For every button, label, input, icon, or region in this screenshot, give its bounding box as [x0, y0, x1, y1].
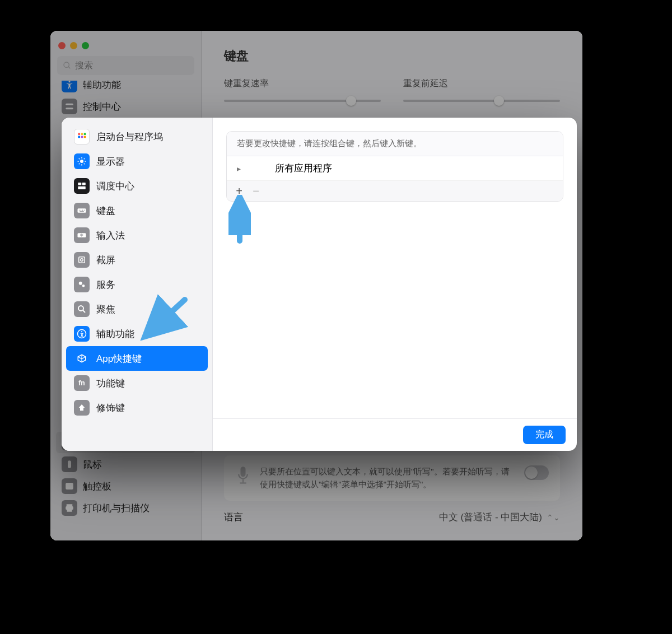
sheet-item-label: 修饰键	[96, 402, 125, 414]
sidebar-item-mouse[interactable]: 鼠标	[56, 454, 195, 475]
delay-slider[interactable]: 重复前延迟	[403, 78, 560, 102]
svg-rect-24	[84, 136, 86, 138]
done-button[interactable]: 完成	[523, 426, 566, 444]
sheet-item-mission-control[interactable]: 调度中心	[66, 174, 208, 198]
sheet-item-screenshot[interactable]: 截屏	[66, 248, 208, 272]
svg-line-33	[84, 158, 85, 160]
svg-rect-16	[241, 467, 246, 477]
trackpad-icon	[62, 478, 77, 494]
svg-rect-35	[82, 183, 86, 185]
svg-rect-23	[81, 136, 83, 138]
keyboard-icon	[74, 203, 90, 218]
table-row-all-apps[interactable]: ▸ 所有应用程序	[227, 156, 563, 181]
svg-rect-19	[78, 133, 80, 135]
svg-rect-42	[80, 211, 84, 212]
svg-rect-22	[78, 136, 80, 138]
sidebar-item-label: 辅助功能	[83, 81, 121, 91]
svg-rect-13	[67, 504, 73, 506]
sidebar-item-printer[interactable]: 打印机与扫描仪	[56, 497, 195, 519]
svg-point-49	[78, 306, 83, 311]
sheet-item-function-keys[interactable]: fn 功能键	[66, 371, 208, 395]
shortcuts-sheet: 启动台与程序坞 显示器 调度中心 键盘 中 输入法	[62, 118, 577, 451]
sheet-item-label: 显示器	[96, 155, 125, 168]
sheet-sidebar: 启动台与程序坞 显示器 调度中心 键盘 中 输入法	[62, 118, 213, 451]
svg-rect-3	[66, 104, 73, 105]
svg-point-52	[81, 331, 82, 332]
shortcuts-table: 若要更改快捷键，请连按组合键，然后键入新键。 ▸ 所有应用程序 + −	[226, 131, 563, 202]
sidebar-item-trackpad[interactable]: 触控板	[56, 476, 195, 497]
services-icon	[74, 277, 90, 292]
language-row[interactable]: 语言 中文 (普通话 - 中国大陆) ⌃⌄	[224, 511, 560, 524]
svg-point-41	[84, 210, 85, 211]
key-repeat-slider[interactable]: 键重复速率	[224, 78, 381, 102]
search-placeholder: 搜索	[75, 60, 93, 72]
svg-point-38	[79, 210, 80, 211]
sheet-item-display[interactable]: 显示器	[66, 149, 208, 174]
mouse-icon	[62, 456, 77, 472]
window-controls[interactable]	[50, 38, 201, 56]
sheet-item-modifier-keys[interactable]: 修饰键	[66, 395, 208, 420]
sheet-item-accessibility[interactable]: 辅助功能	[66, 321, 208, 346]
add-button[interactable]: +	[232, 184, 246, 198]
svg-point-46	[81, 259, 83, 262]
svg-point-47	[79, 282, 82, 285]
sheet-item-services[interactable]: 服务	[66, 272, 208, 297]
svg-rect-4	[66, 108, 73, 109]
launchpad-icon	[74, 129, 90, 144]
svg-line-31	[84, 164, 85, 165]
svg-rect-37	[78, 208, 86, 213]
chevron-right-icon[interactable]: ▸	[235, 164, 242, 173]
sidebar-item-label: 触控板	[83, 480, 111, 493]
sheet-item-label: 辅助功能	[96, 328, 134, 341]
svg-rect-12	[66, 483, 73, 490]
sheet-item-label: 聚焦	[96, 303, 115, 316]
svg-rect-21	[84, 133, 86, 135]
slider-label: 重复前延迟	[403, 78, 560, 90]
language-value: 中文 (普通话 - 中国大陆)	[439, 511, 542, 524]
sidebar-item-accessibility-top[interactable]: 辅助功能	[56, 81, 195, 95]
slider-label: 键重复速率	[224, 78, 381, 90]
sidebar-item-label: 打印机与扫描仪	[83, 502, 150, 515]
svg-rect-53	[80, 408, 83, 411]
svg-line-30	[79, 158, 80, 160]
fn-icon: fn	[74, 375, 90, 391]
search-icon	[63, 61, 72, 70]
spotlight-icon	[74, 301, 90, 317]
sheet-item-label: 功能键	[96, 377, 125, 390]
modifier-icon	[74, 400, 90, 416]
page-title: 键盘	[224, 48, 560, 64]
svg-rect-34	[78, 183, 81, 185]
svg-text:中: 中	[80, 234, 83, 237]
sidebar-item-label: 鼠标	[83, 458, 102, 471]
table-hint: 若要更改快捷键，请连按组合键，然后键入新键。	[227, 132, 563, 156]
svg-point-40	[82, 210, 83, 211]
language-label: 语言	[224, 511, 243, 524]
sheet-item-launchpad[interactable]: 启动台与程序坞	[66, 124, 208, 149]
sheet-item-input[interactable]: 中 输入法	[66, 223, 208, 248]
app-shortcuts-icon	[74, 351, 90, 366]
svg-point-48	[82, 285, 85, 287]
minimize-icon[interactable]	[70, 42, 77, 49]
svg-line-50	[83, 310, 85, 313]
chevron-updown-icon: ⌃⌄	[547, 513, 560, 522]
row-label: 所有应用程序	[275, 162, 332, 175]
accessibility-icon	[74, 326, 90, 342]
svg-rect-11	[68, 460, 71, 468]
sheet-item-keyboard[interactable]: 键盘	[66, 198, 208, 223]
svg-point-0	[64, 62, 69, 67]
svg-point-2	[69, 81, 71, 82]
sheet-item-label: 启动台与程序坞	[96, 130, 163, 143]
sidebar-item-control-center[interactable]: 控制中心	[56, 96, 195, 117]
svg-rect-20	[81, 133, 83, 135]
sheet-item-label: App快捷键	[96, 352, 142, 365]
svg-rect-45	[79, 257, 85, 263]
sheet-item-app-shortcuts[interactable]: App快捷键	[66, 346, 208, 371]
sheet-content: 若要更改快捷键，请连按组合键，然后键入新键。 ▸ 所有应用程序 + − 完成	[213, 118, 577, 451]
search-input[interactable]: 搜索	[57, 56, 194, 75]
dictation-toggle[interactable]	[524, 465, 549, 480]
remove-button[interactable]: −	[249, 184, 263, 198]
sheet-item-spotlight[interactable]: 聚焦	[66, 297, 208, 321]
svg-line-1	[68, 67, 70, 68]
maximize-icon[interactable]	[82, 42, 89, 49]
close-icon[interactable]	[58, 42, 66, 49]
